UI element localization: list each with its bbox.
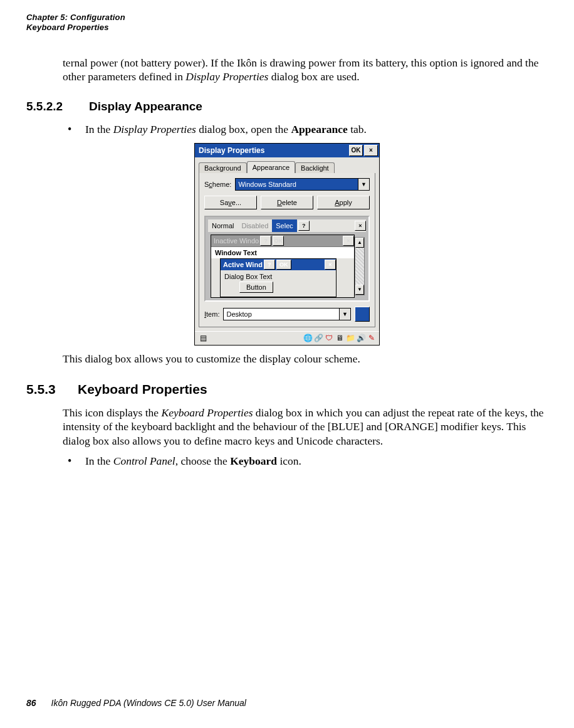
bullet-text: In the [85, 455, 113, 467]
bullet-open-appearance: In the Display Properties dialog box, op… [63, 122, 544, 136]
preview-inactive-ok[interactable]: OK [273, 236, 284, 246]
preview-tab-normal[interactable]: Normal [208, 222, 237, 229]
scheme-dropdown[interactable]: Windows Standard ▼ [235, 178, 370, 191]
footer-title: Ikôn Rugged PDA (Windows CE 5.0) User Ma… [51, 698, 246, 708]
chevron-down-icon[interactable]: ▼ [339, 309, 350, 320]
preview-active-help[interactable]: ? [264, 260, 275, 270]
para-text-end: dialog box are used. [268, 70, 359, 83]
bullet-text: In the [85, 123, 113, 135]
globe-icon[interactable]: 🌐 [303, 333, 313, 343]
preview-inactive-titlebar[interactable]: Inactive Windo ? OK × [211, 235, 354, 246]
para-text: This icon displays the [63, 406, 161, 419]
close-button[interactable]: × [364, 145, 378, 156]
system-tray[interactable]: 🌐 🔗 🛡 🖥 📁 🔊 ✎ [303, 333, 377, 343]
scroll-down-icon[interactable]: ▼ [355, 285, 364, 295]
preview-scrollbar[interactable]: ▲ ▼ [355, 237, 365, 295]
appearance-tab-body: Scheme: Windows Standard ▼ Save... Delet… [199, 173, 375, 327]
heading-5-5-2-2: 5.5.2.2 Display Appearance [26, 100, 548, 113]
tab-background[interactable]: Background [199, 162, 247, 173]
folder-icon[interactable]: 📁 [345, 333, 355, 343]
tab-appearance[interactable]: Appearance [247, 161, 295, 173]
network-icon[interactable]: 🔗 [313, 333, 323, 343]
continuation-paragraph: ternal power (not battery power). If the… [63, 56, 544, 84]
preview-tabstates: Normal Disabled Selec ? × [208, 219, 366, 232]
preview-inactive-title: Inactive Windo [214, 237, 259, 245]
pen-icon[interactable]: ✎ [367, 333, 377, 343]
heading-5-5-3: 5.5.3 Keyboard Properties [26, 382, 548, 397]
apply-button[interactable]: Apply [317, 196, 370, 209]
scheme-label: Scheme: [204, 181, 231, 188]
start-icon[interactable]: ▤ [197, 333, 209, 343]
scroll-up-icon[interactable]: ▲ [355, 238, 364, 248]
scroll-track[interactable] [355, 248, 364, 285]
preview-active-close[interactable]: × [325, 260, 336, 270]
running-header: Chapter 5: Configuration Keyboard Proper… [26, 13, 548, 33]
scheme-value: Windows Standard [236, 179, 358, 190]
preview-inactive-window: Inactive Windo ? OK × Window Text Acti [211, 235, 355, 298]
heading-number: 5.5.3 [26, 382, 64, 397]
volume-icon[interactable]: 🔊 [356, 333, 366, 343]
shield-icon[interactable]: 🛡 [324, 333, 334, 343]
header-section: Keyboard Properties [26, 23, 125, 33]
header-chapter: Chapter 5: Configuration [26, 13, 125, 23]
item-color-button[interactable] [355, 307, 370, 322]
after-image-paragraph: This dialog box allows you to customize … [63, 352, 544, 366]
bullet-em: Display Properties [113, 123, 196, 135]
preview-dialog-body: Dialog Box Text Button [221, 270, 336, 297]
item-dropdown[interactable]: Desktop ▼ [223, 308, 351, 320]
tabs-row: Background Appearance Backlight [195, 157, 379, 173]
preview-active-ok[interactable]: OK [276, 260, 291, 270]
preview-active-title: Active Wind [223, 261, 263, 268]
ok-button[interactable]: OK [349, 145, 363, 156]
preview-window-text: Window Text [211, 246, 354, 258]
preview-dialog-text: Dialog Box Text [224, 273, 332, 280]
preview-inactive-close[interactable]: × [343, 236, 354, 246]
item-label: Item: [204, 310, 219, 318]
delete-button[interactable]: Delete [261, 196, 313, 209]
preview-active-window: Active Wind ? OK × Dialog Box Text Butto… [220, 258, 337, 297]
preview-tab-disabled: Disabled [237, 222, 272, 229]
page-footer: 86 Ikôn Rugged PDA (Windows CE 5.0) User… [26, 698, 246, 708]
heading-title: Display Appearance [89, 100, 202, 113]
preview-tab-selected[interactable]: Selec [272, 219, 297, 232]
save-button[interactable]: Save... [204, 196, 257, 209]
taskbar[interactable]: ▤ 🌐 🔗 🛡 🖥 📁 🔊 ✎ [195, 331, 379, 345]
tab-backlight[interactable]: Backlight [295, 162, 335, 173]
bullet-text-end: icon. [277, 455, 301, 467]
dialog-title: Display Properties [199, 146, 264, 155]
dialog-titlebar[interactable]: Display Properties OK × [195, 144, 379, 157]
para-em: Display Properties [185, 70, 268, 83]
item-value: Desktop [224, 309, 339, 320]
chevron-down-icon[interactable]: ▼ [358, 179, 369, 190]
bullet-bold: Appearance [291, 123, 347, 135]
preview-button[interactable]: Button [239, 282, 273, 293]
monitor-icon[interactable]: 🖥 [335, 333, 345, 343]
bullet-em: Control Panel [113, 455, 175, 467]
para-em: Keyboard Properties [161, 406, 253, 419]
bullet-text-mid: , choose the [175, 455, 230, 467]
bullet-text-mid: dialog box, open the [196, 123, 291, 135]
preview-area: Normal Disabled Selec ? × Inactive Windo [204, 216, 370, 302]
bullet-choose-keyboard: In the Control Panel, choose the Keyboar… [63, 454, 544, 468]
preview-help-button[interactable]: ? [298, 221, 310, 231]
preview-active-titlebar[interactable]: Active Wind ? OK × [221, 259, 336, 270]
bullet-text-end: tab. [348, 123, 367, 135]
preview-inactive-help[interactable]: ? [260, 236, 271, 246]
display-properties-dialog: Display Properties OK × Background Appea… [194, 143, 380, 346]
heading-title: Keyboard Properties [78, 382, 207, 397]
preview-close-button[interactable]: × [355, 221, 366, 231]
heading-number: 5.5.2.2 [26, 100, 75, 113]
page-number: 86 [26, 698, 36, 708]
keyboard-paragraph: This icon displays the Keyboard Properti… [63, 406, 544, 448]
bullet-bold: Keyboard [230, 455, 277, 467]
